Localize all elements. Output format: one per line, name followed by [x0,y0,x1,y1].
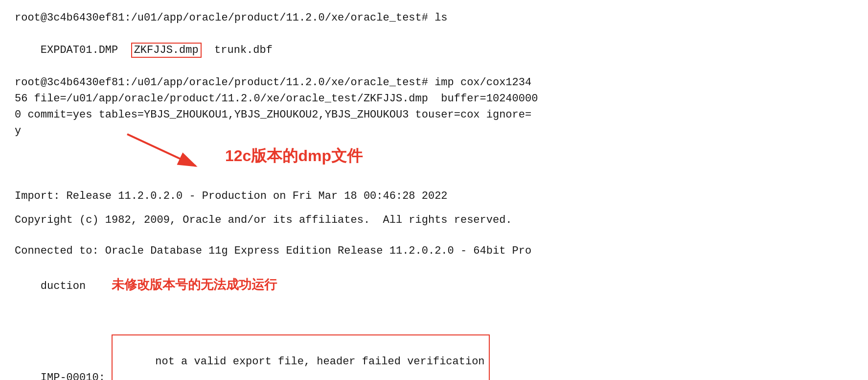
ls-output-prefix: EXPDAT01.DMP [41,44,131,56]
terminal-line-copyright: Copyright (c) 1982, 2009, Oracle and/or … [15,212,853,228]
gap3 [15,310,853,318]
terminal-line-imp-00010: IMP-00010: not a valid export file, head… [15,318,853,380]
arrow-12c-icon [113,129,220,173]
error-box-header: not a valid export file, header failed v… [112,334,490,380]
annotation-12c-container: 12c版本的dmp文件 [15,139,853,188]
terminal-line-imp1: root@3c4b6430ef81:/u01/app/oracle/produc… [15,74,853,91]
annotation-version-label: 未修改版本号的无法成功运行 [112,277,277,292]
terminal-line-import-release: Import: Release 11.2.0.2.0 - Production … [15,188,853,204]
terminal-line-production: duction 未修改版本号的无法成功运行 [15,259,853,310]
terminal-output: root@3c4b6430ef81:/u01/app/oracle/produc… [15,10,853,380]
production-text: duction [41,280,86,292]
terminal-line-ls-output: EXPDAT01.DMP ZKFJJS.dmp trunk.dbf [15,26,853,74]
terminal-line-imp2: 56 file=/u01/app/oracle/product/11.2.0/x… [15,91,853,107]
terminal-line-connected: Connected to: Oracle Database 11g Expres… [15,243,853,259]
annotation-12c-label: 12c版本的dmp文件 [225,144,363,167]
svg-line-1 [127,134,196,166]
gap2 [15,228,853,243]
ls-output-suffix: trunk.dbf [202,44,273,56]
terminal-line-ls: root@3c4b6430ef81:/u01/app/oracle/produc… [15,10,853,26]
imp-00010-error-text: not a valid export file, header failed v… [155,356,484,368]
zkfjjs-dmp-highlighted: ZKFJJS.dmp [131,43,202,58]
terminal-line-imp3: 0 commit=yes tables=YBJS_ZHOUKOU1,YBJS_Z… [15,107,853,123]
gap1 [15,204,853,212]
imp-00010-prefix: IMP-00010: [41,372,112,380]
